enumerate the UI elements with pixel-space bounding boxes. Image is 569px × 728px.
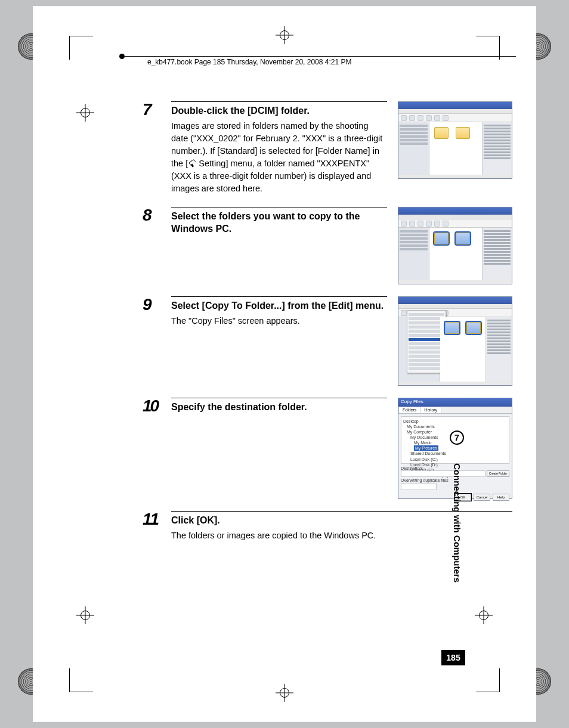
screenshot-thumbnail xyxy=(398,101,512,179)
registration-mark-icon xyxy=(276,684,293,702)
tab-history: History xyxy=(420,407,441,413)
tab-folders: Folders xyxy=(398,407,420,413)
step-title: Select the folders you want to copy to t… xyxy=(171,210,387,236)
page-number: 185 xyxy=(441,650,465,665)
crop-mark xyxy=(69,668,93,692)
registration-mark-icon xyxy=(276,26,293,44)
header-rule xyxy=(122,56,516,57)
section-label: Connecting with Computers xyxy=(452,448,462,597)
step-title: Double-click the [DCIM] folder. xyxy=(171,105,387,117)
folder-icon xyxy=(434,127,449,139)
section-number: 7 xyxy=(450,430,464,445)
folder-icon xyxy=(456,127,470,139)
section-tab: 7 Connecting with Computers xyxy=(449,430,465,603)
page-paper: e_kb477.book Page 185 Thursday, November… xyxy=(33,6,536,722)
step-9: 9 Select [Copy To Folder...] from the [E… xyxy=(143,296,512,386)
step-title: Specify the destination folder. xyxy=(171,401,387,414)
cancel-button: Cancel xyxy=(474,494,490,501)
registration-mark-icon xyxy=(76,606,94,624)
step-divider xyxy=(171,101,387,102)
selected-folder-icon xyxy=(456,233,470,244)
wrench-icon xyxy=(188,159,196,168)
step-7: 7 Double-click the [DCIM] folder. Images… xyxy=(143,101,512,195)
step-description: The "Copy Files" screen appears. xyxy=(171,315,387,327)
screenshot-thumbnail xyxy=(398,296,512,386)
selected-folder-icon xyxy=(445,322,459,334)
selected-folder-icon xyxy=(466,322,481,334)
help-button: Help xyxy=(493,494,509,501)
duplicate-select xyxy=(401,484,437,490)
destination-field xyxy=(401,470,485,477)
dialog-title: Copy Files xyxy=(398,398,512,407)
step-title: Select [Copy To Folder...] from the [Edi… xyxy=(171,300,387,312)
registration-mark-icon xyxy=(76,104,94,122)
screenshot-thumbnail xyxy=(398,207,512,284)
step-number: 10 xyxy=(143,398,171,414)
crop-mark xyxy=(69,36,93,60)
step-8: 8 Select the folders you want to copy to… xyxy=(143,207,512,284)
step-number: 11 xyxy=(143,511,171,528)
step-number: 9 xyxy=(143,296,171,313)
crop-mark xyxy=(476,668,500,692)
step-description: Images are stored in folders named by th… xyxy=(171,120,387,195)
pdf-header-text: e_kb477.book Page 185 Thursday, November… xyxy=(147,58,351,66)
create-folder-button: Create Folder xyxy=(487,470,509,477)
registration-mark-icon xyxy=(475,606,493,624)
selected-folder-icon xyxy=(434,233,449,244)
step-number: 7 xyxy=(143,101,171,118)
step-number: 8 xyxy=(143,207,171,224)
